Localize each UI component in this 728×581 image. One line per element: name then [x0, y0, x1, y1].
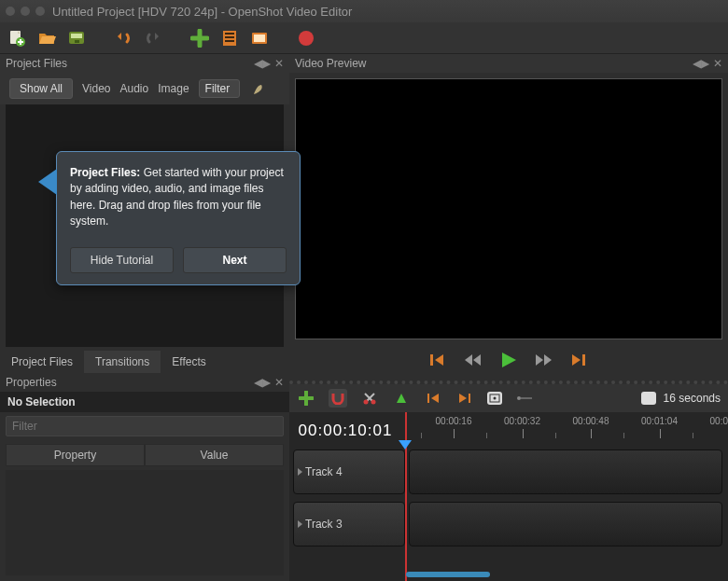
svg-rect-17	[469, 394, 470, 403]
open-project-icon[interactable]	[37, 29, 56, 48]
video-preview-title: Video Preview	[295, 57, 367, 70]
svg-point-19	[494, 397, 497, 400]
jump-start-icon[interactable]	[428, 351, 447, 369]
playback-controls	[289, 341, 728, 379]
detach-properties-icon[interactable]: ◀▶	[254, 376, 271, 389]
svg-rect-7	[225, 36, 234, 38]
window-title: Untitled Project [HDV 720 24p] - OpenSho…	[52, 5, 352, 19]
show-all-button[interactable]: Show All	[9, 78, 73, 99]
window-controls	[6, 7, 45, 16]
svg-point-11	[299, 31, 314, 46]
track-row[interactable]: Track 4	[289, 450, 728, 494]
close-preview-icon[interactable]: ✕	[713, 57, 722, 70]
svg-rect-13	[582, 354, 585, 366]
detach-panel-icon[interactable]: ◀▶	[254, 57, 271, 70]
filter-image-tab[interactable]: Image	[158, 82, 189, 95]
project-files-header: Project Files ◀▶✕	[0, 54, 289, 73]
tick-label: 00:01:20	[710, 416, 728, 426]
save-project-icon[interactable]	[67, 29, 86, 48]
right-panel: Video Preview ◀▶✕ 16 sec	[289, 54, 728, 581]
track-body[interactable]	[409, 502, 722, 546]
tab-transitions[interactable]: Transitions	[84, 351, 161, 373]
import-files-icon[interactable]	[190, 29, 209, 48]
filter-video-tab[interactable]: Video	[82, 82, 110, 95]
timecode-display: 00:00:10:01	[289, 412, 401, 450]
close-panel-icon[interactable]: ✕	[274, 57, 284, 70]
tutorial-text: Project Files: Get started with your pro…	[70, 165, 287, 230]
project-files-filter-input[interactable]: Filter	[199, 79, 240, 98]
svg-rect-10	[254, 35, 265, 42]
razor-icon[interactable]	[360, 389, 379, 408]
close-properties-icon[interactable]: ✕	[274, 376, 284, 389]
tick-label: 00:01:04	[641, 416, 678, 426]
svg-point-15	[371, 400, 376, 405]
timeline-duration: 16 seconds	[664, 392, 721, 405]
clear-filter-icon[interactable]	[249, 79, 268, 98]
track-body[interactable]	[409, 450, 722, 494]
properties-body	[6, 470, 284, 575]
left-panel: Project Files ◀▶✕ Show All Video Audio I…	[0, 54, 289, 581]
track-label[interactable]: Track 4	[293, 450, 405, 494]
center-playhead-icon[interactable]	[487, 392, 502, 405]
timeline-scrollbar[interactable]	[406, 572, 490, 577]
zoom-slider-icon[interactable]	[515, 389, 534, 408]
svg-point-14	[364, 400, 369, 405]
export-video-icon[interactable]	[297, 29, 315, 48]
new-project-icon[interactable]	[7, 29, 26, 48]
project-files-title: Project Files	[6, 57, 67, 70]
tick-label: 00:00:48	[573, 416, 609, 426]
maximize-window-icon[interactable]	[35, 7, 45, 16]
next-tutorial-button[interactable]: Next	[183, 247, 287, 273]
previous-marker-icon[interactable]	[424, 389, 442, 408]
tutorial-arrow-icon	[38, 169, 57, 195]
track-row[interactable]: Track 3	[289, 502, 728, 546]
project-files-filter-bar: Show All Video Audio Image Filter	[0, 73, 289, 104]
property-column-header[interactable]: Property	[6, 444, 145, 466]
timeline-badge-icon	[641, 392, 656, 405]
profile-icon[interactable]	[220, 29, 239, 48]
tutorial-heading: Project Files:	[70, 166, 140, 179]
properties-title: Properties	[6, 376, 57, 389]
video-preview-header: Video Preview ◀▶✕	[289, 54, 728, 73]
add-marker-icon[interactable]	[392, 389, 411, 408]
detach-preview-icon[interactable]: ◀▶	[693, 57, 709, 70]
rewind-icon[interactable]	[464, 351, 483, 369]
svg-rect-6	[225, 33, 234, 35]
playhead[interactable]	[405, 412, 407, 581]
redo-icon[interactable]	[144, 29, 162, 48]
value-column-header[interactable]: Value	[145, 444, 284, 466]
timeline-body[interactable]: 00:00:10:01 00:00:16 00:00:32 00:00:48 0…	[289, 412, 728, 581]
fast-forward-icon[interactable]	[535, 351, 553, 369]
main-toolbar	[0, 22, 728, 54]
undo-icon[interactable]	[114, 29, 133, 48]
play-icon[interactable]	[499, 351, 518, 369]
tick-label: 00:00:32	[504, 416, 540, 426]
tab-effects[interactable]: Effects	[161, 351, 217, 373]
hide-tutorial-button[interactable]: Hide Tutorial	[70, 247, 174, 273]
video-preview-canvas[interactable]	[295, 78, 722, 339]
minimize-window-icon[interactable]	[21, 7, 30, 16]
tab-project-files[interactable]: Project Files	[0, 351, 84, 373]
properties-no-selection: No Selection	[0, 392, 289, 412]
svg-rect-8	[225, 40, 234, 42]
next-marker-icon[interactable]	[455, 389, 474, 408]
playhead-handle[interactable]	[399, 440, 412, 450]
timeline-ruler[interactable]: 00:00:16 00:00:32 00:00:48 00:01:04 00:0…	[401, 412, 728, 450]
svg-rect-21	[521, 397, 532, 399]
snap-icon[interactable]	[329, 389, 347, 408]
svg-rect-4	[75, 40, 79, 43]
add-track-icon[interactable]	[297, 389, 315, 408]
titlebar: Untitled Project [HDV 720 24p] - OpenSho…	[0, 0, 728, 22]
close-window-icon[interactable]	[6, 7, 15, 16]
properties-filter-input[interactable]	[6, 416, 284, 436]
jump-end-icon[interactable]	[570, 351, 589, 369]
properties-header: Properties ◀▶✕	[0, 373, 289, 392]
svg-rect-12	[430, 354, 433, 366]
timeline-toolbar: 16 seconds	[289, 384, 728, 412]
filter-audio-tab[interactable]: Audio	[120, 82, 149, 95]
tick-label: 00:00:16	[436, 416, 472, 426]
fullscreen-icon[interactable]	[250, 29, 269, 48]
svg-rect-3	[71, 34, 82, 38]
track-label[interactable]: Track 3	[293, 502, 405, 546]
left-bottom-tabs: Project Files Transitions Effects	[0, 351, 289, 373]
